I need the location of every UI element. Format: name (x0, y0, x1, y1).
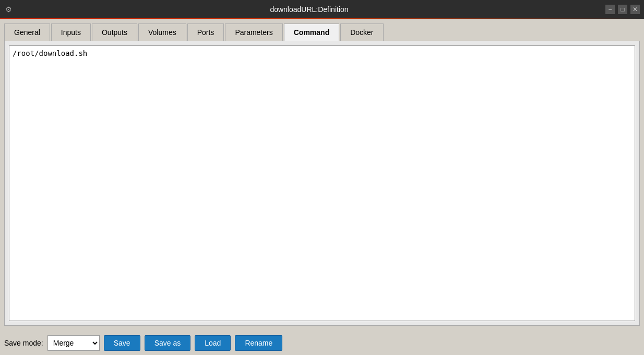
save-as-button[interactable]: Save as (145, 335, 191, 351)
main-panel: /root/download.sh (4, 41, 640, 326)
tab-command[interactable]: Command (284, 23, 339, 41)
save-mode-label: Save mode: (4, 339, 43, 347)
rename-button[interactable]: Rename (235, 335, 282, 351)
tab-parameters[interactable]: Parameters (225, 23, 282, 41)
load-button[interactable]: Load (195, 335, 231, 351)
bottom-bar: Save mode: Merge Replace New Save Save a… (0, 330, 644, 355)
minimize-button[interactable]: − (605, 5, 615, 14)
main-window: ⚙ downloadURL:Definition − □ ✕ General I… (0, 0, 644, 355)
tab-volumes[interactable]: Volumes (138, 23, 186, 41)
window-title: downloadURL:Definition (13, 5, 605, 14)
tab-docker[interactable]: Docker (340, 23, 383, 41)
tab-bar: General Inputs Outputs Volumes Ports Par… (4, 23, 640, 41)
title-bar: ⚙ downloadURL:Definition − □ ✕ (0, 0, 644, 19)
window-controls: − □ ✕ (605, 5, 640, 14)
title-bar-accent (0, 18, 644, 19)
tab-outputs[interactable]: Outputs (92, 23, 137, 41)
content-area: General Inputs Outputs Volumes Ports Par… (0, 19, 644, 330)
tab-general[interactable]: General (4, 23, 50, 41)
settings-icon[interactable]: ⚙ (4, 4, 13, 15)
maximize-button[interactable]: □ (618, 5, 627, 14)
command-textarea[interactable]: /root/download.sh (9, 45, 635, 321)
tab-inputs[interactable]: Inputs (51, 23, 91, 41)
save-button[interactable]: Save (104, 335, 140, 351)
save-mode-select[interactable]: Merge Replace New (47, 335, 100, 351)
close-button[interactable]: ✕ (630, 5, 640, 14)
tab-ports[interactable]: Ports (187, 23, 224, 41)
